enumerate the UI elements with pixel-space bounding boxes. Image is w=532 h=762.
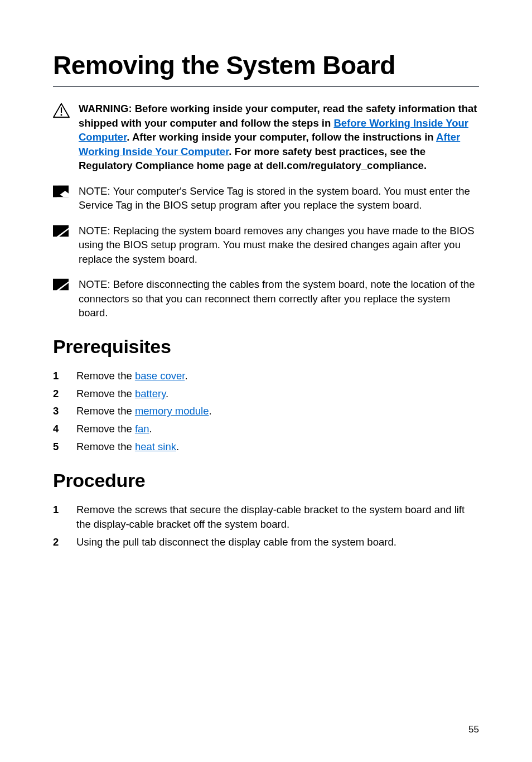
note-block-2: NOTE: Replacing the system board removes… xyxy=(53,224,479,267)
warning-mid: . After working inside your computer, fo… xyxy=(127,131,436,143)
note-text-1: NOTE: Your computer's Service Tag is sto… xyxy=(79,184,479,213)
list-item: 4 Remove the fan. xyxy=(53,422,479,436)
step-number: 4 xyxy=(53,422,76,436)
link-memory-module[interactable]: memory module xyxy=(135,405,209,417)
procedure-list: 1 Remove the screws that secure the disp… xyxy=(53,503,479,549)
step-post: . xyxy=(176,441,179,452)
list-item: 2 Remove the battery. xyxy=(53,387,479,401)
note-lead: NOTE: xyxy=(79,185,113,197)
step-post: . xyxy=(209,405,212,417)
step-number: 2 xyxy=(53,387,76,401)
step-text: Remove the screws that secure the displa… xyxy=(76,503,479,532)
list-item: 5 Remove the heat sink. xyxy=(53,440,479,454)
note-text-3: NOTE: Before disconnecting the cables fr… xyxy=(79,277,479,320)
note-icon xyxy=(53,225,69,239)
link-battery[interactable]: battery xyxy=(135,388,166,399)
warning-block: WARNING: Before working inside your comp… xyxy=(53,102,479,173)
page-title: Removing the System Board xyxy=(53,50,479,86)
note-icon xyxy=(53,185,69,200)
step-text: Using the pull tab disconnect the displa… xyxy=(76,535,479,549)
step-pre: Remove the xyxy=(76,405,135,417)
step-pre: Remove the xyxy=(76,441,135,452)
step-number: 2 xyxy=(53,535,76,549)
step-number: 1 xyxy=(53,369,76,383)
note-lead: NOTE: xyxy=(79,225,113,237)
step-pre: Remove the xyxy=(76,388,135,399)
procedure-heading: Procedure xyxy=(53,470,479,491)
step-number: 1 xyxy=(53,503,76,517)
note-text-2: NOTE: Replacing the system board removes… xyxy=(79,224,479,267)
step-post: . xyxy=(149,423,152,435)
note-block-3: NOTE: Before disconnecting the cables fr… xyxy=(53,277,479,320)
title-underline xyxy=(53,86,479,87)
svg-point-2 xyxy=(61,114,62,115)
note-block-1: NOTE: Your computer's Service Tag is sto… xyxy=(53,184,479,213)
note-body-text: Your computer's Service Tag is stored in… xyxy=(79,185,470,211)
list-item: 3 Remove the memory module. xyxy=(53,404,479,418)
note-body-text: Before disconnecting the cables from the… xyxy=(79,278,475,319)
note-lead: NOTE: xyxy=(79,278,113,290)
link-heat-sink[interactable]: heat sink xyxy=(135,441,176,452)
step-pre: Remove the xyxy=(76,370,135,382)
prerequisites-heading: Prerequisites xyxy=(53,336,479,358)
list-item: 1 Remove the base cover. xyxy=(53,369,479,383)
warning-text: WARNING: Before working inside your comp… xyxy=(79,102,479,173)
step-number: 3 xyxy=(53,404,76,418)
step-pre: Remove the xyxy=(76,423,135,435)
step-number: 5 xyxy=(53,440,76,454)
link-fan[interactable]: fan xyxy=(135,423,149,435)
page-number: 55 xyxy=(468,724,479,735)
note-icon xyxy=(53,278,69,293)
step-post: . xyxy=(166,388,168,399)
list-item: 2 Using the pull tab disconnect the disp… xyxy=(53,535,479,549)
warning-icon xyxy=(53,103,70,120)
step-post: . xyxy=(185,370,187,382)
note-body-text: Replacing the system board removes any c… xyxy=(79,225,475,265)
link-base-cover[interactable]: base cover xyxy=(135,370,185,382)
list-item: 1 Remove the screws that secure the disp… xyxy=(53,503,479,532)
prerequisites-list: 1 Remove the base cover. 2 Remove the ba… xyxy=(53,369,479,454)
